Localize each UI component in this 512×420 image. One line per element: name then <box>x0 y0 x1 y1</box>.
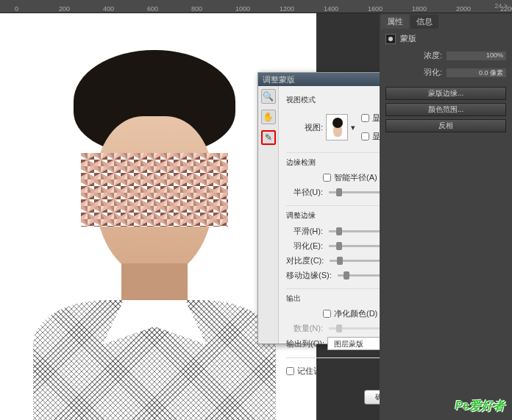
feather-panel-value[interactable]: 0.0 像素 <box>447 68 506 77</box>
shift-label: 移动边缘(S): <box>286 270 332 281</box>
output-to-label: 输出到(O): <box>286 338 324 349</box>
dialog-toolbar: 🔍 ✋ ✎ <box>258 86 279 344</box>
amount-label: 数量(N): <box>286 323 323 334</box>
view-dropdown-icon[interactable]: ▾ <box>351 123 355 132</box>
remember-checkbox[interactable] <box>286 367 294 375</box>
show-original-checkbox[interactable] <box>361 132 369 140</box>
tab-info[interactable]: 信息 <box>410 15 438 29</box>
view-thumbnail[interactable] <box>326 114 348 140</box>
watermark-url: WWW.PSAHZ.COM <box>450 412 503 419</box>
tab-properties[interactable]: 属性 <box>381 15 409 29</box>
decontaminate-checkbox[interactable] <box>323 310 331 318</box>
dialog-title: 调整蒙版 <box>263 74 295 85</box>
color-range-button[interactable]: 颜色范围... <box>385 103 506 116</box>
decontaminate-label: 净化颜色(D) <box>334 308 377 319</box>
hand-tool-icon[interactable]: ✋ <box>261 110 276 124</box>
horizontal-ruler: 0200400600800100012001400160018002000220… <box>0 0 512 13</box>
smart-radius-checkbox[interactable] <box>323 174 331 182</box>
feather-panel-label: 羽化: <box>385 67 442 78</box>
contrast-label: 对比度(C): <box>286 255 324 266</box>
density-label: 浓度: <box>385 50 442 61</box>
photo-subject <box>22 50 287 420</box>
doc-info: 24 > <box>494 2 508 10</box>
radius-label: 半径(U): <box>286 187 323 198</box>
properties-panel: 属性 信息 蒙版 浓度: 100% 羽化: 0.0 像素 蒙版边缘... 颜色范… <box>380 13 512 420</box>
refine-brush-icon[interactable]: ✎ <box>261 130 276 145</box>
feather-label: 羽化(E): <box>286 241 323 252</box>
zoom-tool-icon[interactable]: 🔍 <box>261 89 276 104</box>
mask-icon <box>385 34 396 44</box>
mask-edge-button[interactable]: 蒙版边缘... <box>385 87 506 100</box>
smart-radius-label: 智能半径(A) <box>334 172 377 183</box>
view-label: 视图: <box>286 122 323 133</box>
invert-button[interactable]: 反相 <box>385 119 506 132</box>
remember-label: 记住设置(T) <box>297 366 340 377</box>
mask-label: 蒙版 <box>400 33 416 44</box>
show-radius-checkbox[interactable] <box>361 114 369 122</box>
mosaic-overlay <box>81 153 228 227</box>
smooth-label: 平滑(H): <box>286 226 323 237</box>
density-value[interactable]: 100% <box>447 51 506 60</box>
